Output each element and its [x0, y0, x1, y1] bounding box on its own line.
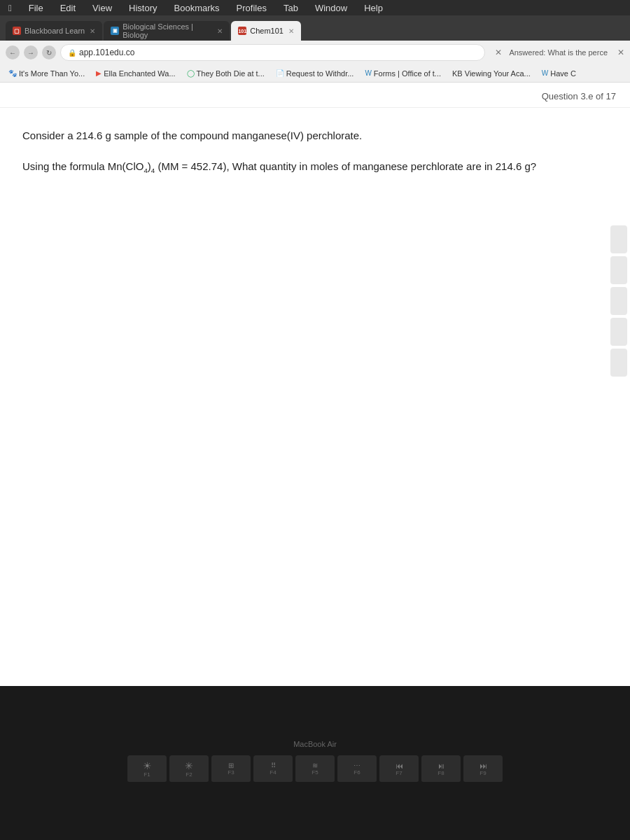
f6-icon: ⋯ [354, 762, 360, 769]
sidebar-icon-2[interactable] [610, 256, 627, 284]
question-paragraph-2: Using the formula Mn(ClO4)4 (MM = 452.74… [22, 158, 608, 176]
f8-label: F8 [438, 770, 444, 776]
menu-edit[interactable]: Edit [57, 1, 78, 15]
macbook-label: MacBook Air [293, 740, 337, 748]
address-bar-row: ← → ↻ 🔒 app.101edu.co ✕ Answered: What i… [0, 41, 630, 64]
tab-bio[interactable]: ▣ Biological Sciences | Biology ✕ [104, 21, 230, 41]
tab-chem101-close[interactable]: ✕ [288, 27, 294, 35]
url-text: app.101edu.co [79, 48, 134, 57]
bookmark-4-icon: W [365, 69, 371, 77]
bookmark-2[interactable]: ◯ They Both Die at t... [183, 68, 269, 79]
forward-button[interactable]: → [24, 46, 38, 59]
bookmarks-bar: 🐾 It's More Than Yo... ▶ Ella Enchanted … [0, 64, 630, 83]
f6-label: F6 [354, 769, 360, 776]
f1-icon: ☀ [143, 760, 152, 771]
bookmark-3-label: Request to Withdr... [286, 69, 354, 78]
keyboard-area: MacBook Air ☀ F1 ✳ F2 ⊞ F3 ⠿ F4 ≋ F5 ⋯ F… [0, 686, 630, 840]
tab-blackboard-label: Blackboard Learn [24, 27, 85, 35]
tab-blackboard-close[interactable]: ✕ [90, 27, 95, 35]
key-f4[interactable]: ⠿ F4 [253, 755, 293, 783]
bookmark-4-label: Forms | Office of t... [374, 69, 441, 78]
key-f3[interactable]: ⊞ F3 [211, 755, 251, 783]
key-f7[interactable]: ⏮ F7 [379, 755, 419, 783]
page-content: Question 3.e of 17 Consider a 214.6 g sa… [0, 83, 630, 686]
menu-tab[interactable]: Tab [281, 1, 301, 15]
f3-icon: ⊞ [228, 762, 234, 769]
tab-blackboard[interactable]: ▢ Blackboard Learn ✕ [6, 21, 102, 41]
f5-label: F5 [312, 769, 318, 776]
bookmark-5[interactable]: KB Viewing Your Aca... [448, 68, 535, 79]
sidebar-icon-1[interactable] [610, 225, 627, 253]
question-number: Question 3.e of 17 [542, 91, 616, 102]
bookmark-3-icon: 📄 [276, 69, 284, 77]
menu-apple[interactable]:  [6, 1, 15, 15]
bookmark-1-icon: ▶ [96, 69, 102, 77]
bookmark-2-icon: ◯ [187, 69, 195, 77]
bookmark-0-label: It's More Than Yo... [19, 69, 85, 78]
blackboard-tab-icon: ▢ [13, 27, 21, 35]
bookmark-6[interactable]: W Have C [538, 68, 580, 79]
tab-chem101[interactable]: 101 Chem101 ✕ [231, 21, 301, 41]
subscript-4: 4 [144, 167, 147, 174]
subscript-4b: 4 [151, 167, 155, 174]
f9-label: F9 [479, 770, 486, 776]
f5-icon: ≋ [312, 762, 318, 769]
sidebar-icon-4[interactable] [610, 318, 627, 346]
tab-bar: ▢ Blackboard Learn ✕ ▣ Biological Scienc… [0, 15, 630, 41]
bookmark-0-icon: 🐾 [8, 69, 17, 77]
menu-profiles[interactable]: Profiles [234, 1, 270, 15]
question-header: Question 3.e of 17 [0, 83, 630, 108]
question-body: Consider a 214.6 g sample of the compoun… [0, 108, 630, 210]
bookmark-0[interactable]: 🐾 It's More Than Yo... [4, 68, 89, 79]
right-sidebar [608, 223, 630, 379]
key-f9[interactable]: ⏭ F9 [463, 755, 503, 783]
bookmark-5-label: KB Viewing Your Aca... [452, 69, 531, 78]
bookmark-4[interactable]: W Forms | Office of t... [360, 68, 445, 79]
chem101-tab-icon: 101 [238, 27, 246, 35]
address-box[interactable]: 🔒 app.101edu.co [60, 44, 485, 61]
menu-bookmarks[interactable]: Bookmarks [172, 1, 223, 15]
sidebar-icon-3[interactable] [610, 287, 627, 315]
bookmark-1-label: Ella Enchanted Wa... [104, 69, 175, 78]
lock-icon: 🔒 [68, 49, 76, 57]
menu-bar:  File Edit View History Bookmarks Profi… [0, 0, 630, 15]
f1-label: F1 [144, 771, 150, 778]
answered-close[interactable]: ✕ [617, 48, 624, 57]
f7-label: F7 [396, 770, 402, 776]
menu-history[interactable]: History [126, 1, 160, 15]
menu-window[interactable]: Window [312, 1, 350, 15]
bookmark-3[interactable]: 📄 Request to Withdr... [272, 68, 358, 79]
menu-help[interactable]: Help [361, 1, 386, 15]
reload-button[interactable]: ↻ [42, 46, 56, 59]
bookmark-6-icon: W [542, 69, 548, 77]
key-f6[interactable]: ⋯ F6 [337, 755, 377, 783]
tab-chem101-label: Chem101 [250, 27, 284, 35]
keyboard-function-row: ☀ F1 ✳ F2 ⊞ F3 ⠿ F4 ≋ F5 ⋯ F6 ⏮ F7 ⏯ F8 [127, 755, 503, 783]
menu-file[interactable]: File [26, 1, 46, 15]
f4-icon: ⠿ [271, 762, 276, 769]
f8-icon: ⏯ [438, 762, 445, 770]
tab-bio-close[interactable]: ✕ [217, 27, 223, 35]
key-f5[interactable]: ≋ F5 [295, 755, 335, 783]
f2-label: F2 [186, 771, 192, 778]
bookmark-2-label: They Both Die at t... [197, 69, 265, 78]
address-close[interactable]: ✕ [495, 48, 502, 57]
menu-view[interactable]: View [90, 1, 115, 15]
browser-chrome: ▢ Blackboard Learn ✕ ▣ Biological Scienc… [0, 15, 630, 83]
key-f1[interactable]: ☀ F1 [127, 755, 167, 783]
f2-icon: ✳ [185, 760, 193, 771]
question-paragraph-1: Consider a 214.6 g sample of the compoun… [22, 127, 608, 144]
bio-tab-icon: ▣ [111, 27, 119, 35]
back-button[interactable]: ← [6, 46, 20, 59]
key-f8[interactable]: ⏯ F8 [421, 755, 461, 783]
tab-bio-label: Biological Sciences | Biology [122, 22, 212, 39]
key-f2[interactable]: ✳ F2 [169, 755, 209, 783]
f4-label: F4 [270, 769, 276, 776]
bookmark-1[interactable]: ▶ Ella Enchanted Wa... [92, 68, 179, 79]
answered-tag: Answered: What is the perce [509, 48, 608, 57]
f3-label: F3 [227, 769, 234, 776]
f7-icon: ⏮ [396, 762, 403, 770]
bookmark-6-label: Have C [550, 69, 576, 78]
f9-icon: ⏭ [479, 762, 487, 770]
sidebar-icon-5[interactable] [610, 349, 627, 377]
